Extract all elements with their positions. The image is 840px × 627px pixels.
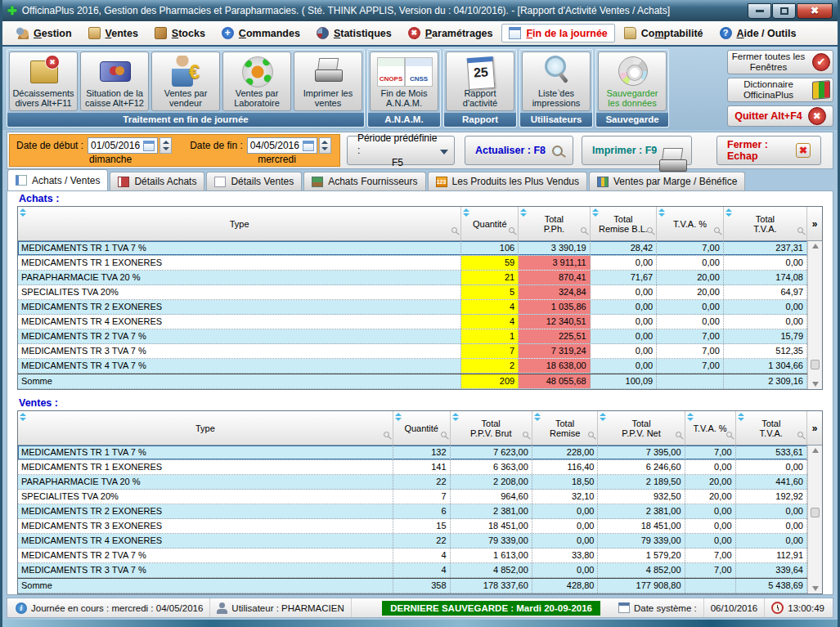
table-row[interactable]: MEDICAMENTS TR 3 TVA 7 %77 319,240,007,0… [18, 344, 822, 359]
accounting-icon [624, 27, 636, 39]
date-start-spinner[interactable] [159, 137, 172, 154]
tab-achats-ventes[interactable]: Achats / Ventes [7, 169, 108, 190]
column-header-type[interactable]: Type [18, 411, 393, 445]
title-bar[interactable]: OfficinaPlus 2016, Gestion des Pharmacie… [2, 0, 838, 21]
menu-item-gestion[interactable]: Gestion [9, 24, 79, 43]
column-header-remise[interactable]: Total Remise B.L. [591, 207, 658, 240]
side-button-dictionnaire[interactable]: Dictionnaire OfficinaPlus [727, 78, 833, 102]
toolbar-button-decaissements[interactable]: Décaissements divers Alt+F11 [9, 52, 78, 111]
menu-item-fin-de-la-journee[interactable]: Fin de la journée [501, 24, 614, 43]
toolbar-button-rapport-activite[interactable]: Rapport d'activité [446, 52, 514, 111]
table-row[interactable]: MEDICAMENTS TR 2 EXONERES62 381,000,002 … [18, 504, 822, 519]
column-header-net[interactable]: Total P.P.V. Net [598, 411, 685, 445]
close-report-button[interactable]: Fermer : Echap [716, 136, 821, 165]
sort-icon [395, 413, 402, 421]
menu-item-stocks[interactable]: Stocks [147, 24, 213, 43]
table-row[interactable]: MEDICAMENTS TR 1 TVA 7 %1063 390,1928,42… [18, 241, 822, 256]
column-header-total_tva[interactable]: Total T.V.A. [736, 411, 807, 445]
maximize-button[interactable] [772, 3, 796, 19]
menu-item-comptabilite[interactable]: Comptabilité [617, 24, 711, 43]
date-start-input[interactable]: 01/05/2016 [88, 137, 158, 154]
date-end-spinner[interactable] [319, 137, 331, 154]
print-button[interactable]: Imprimer : F9 [582, 136, 692, 165]
book-red-tab-icon [118, 177, 129, 187]
column-header-label: T.V.A. % [693, 423, 726, 433]
scroll-thumb[interactable] [811, 508, 820, 517]
column-header-remise[interactable]: Total Remise [532, 411, 599, 445]
table-row[interactable]: MEDICAMENTS TR 4 EXONERES412 340,510,000… [18, 315, 822, 329]
clock-section: 13:00:49 [765, 598, 831, 617]
cell-type: Somme [18, 374, 461, 388]
scroll-up-arrow[interactable] [812, 448, 819, 453]
ventes-table: TypeQuantitéTotal P.P.V. BrutTotal Remis… [17, 410, 823, 594]
tab-details-ventes[interactable]: Détails Ventes [206, 172, 302, 190]
more-columns-indicator[interactable]: » [807, 207, 822, 240]
side-button-fermer-fenetres[interactable]: Fermer toutes les Fenêtres [727, 50, 833, 74]
toolbar-button-sauvegarder-donnees[interactable]: Sauvegarder les données [598, 52, 667, 111]
column-header-type[interactable]: Type [18, 207, 461, 240]
menu-item-ventes[interactable]: Ventes [81, 24, 146, 43]
column-header-total_tva[interactable]: Total T.V.A. [724, 207, 807, 240]
side-button-quitter[interactable]: Quitter Alt+F4 [727, 105, 833, 127]
toolbar-button-fin-de-mois-anam[interactable]: Fin de Mois A.N.A.M. [370, 52, 438, 111]
table-row[interactable]: MEDICAMENTS TR 1 EXONERES593 911,110,000… [18, 256, 822, 271]
table-row[interactable]: MEDICAMENTS TR 4 EXONERES2279 339,000,00… [18, 534, 822, 549]
table-row[interactable]: MEDICAMENTS TR 4 TVA 7 %218 638,000,007,… [18, 359, 822, 374]
table-row[interactable]: MEDICAMENTS TR 2 TVA 7 %41 613,0033,801 … [18, 549, 822, 563]
more-columns-indicator[interactable]: » [807, 411, 822, 445]
cell-tva_pct: 0,00 [657, 256, 724, 270]
menu-item-aide-outils[interactable]: Aide / Outils [712, 24, 804, 43]
menu-item-statistiques[interactable]: Statistiques [309, 24, 399, 43]
table-row[interactable]: PARAPHARMACIE TVA 20 %222 208,0018,502 1… [18, 475, 822, 490]
table-row[interactable]: SPECIALITES TVA 20%7964,6032,10932,5020,… [18, 490, 822, 504]
table-row[interactable]: MEDICAMENTS TR 1 EXONERES1416 363,00116,… [18, 460, 822, 475]
vertical-scrollbar[interactable] [807, 446, 822, 593]
toolbar-button-imprimer-ventes[interactable]: Imprimer les ventes [294, 52, 362, 111]
toolbar-button-ventes-vendeur[interactable]: Ventes par vendeur [151, 52, 220, 111]
toolbar-button-ventes-laboratoire[interactable]: Ventes par Laboratoire [222, 52, 291, 111]
cell-brut: 2 208,00 [451, 475, 532, 489]
toolbar-groups: Décaissements divers Alt+F11Situation de… [7, 49, 669, 128]
menu-item-commandes[interactable]: Commandes [214, 24, 308, 43]
close-button[interactable] [797, 3, 833, 19]
tab-ventes-marge[interactable]: Ventes par Marge / Bénéfice [589, 172, 745, 190]
table-row[interactable]: MEDICAMENTS TR 3 EXONERES1518 451,000,00… [18, 519, 822, 534]
table-row[interactable]: MEDICAMENTS TR 3 TVA 7 %44 852,000,004 8… [18, 563, 822, 578]
column-header-qty[interactable]: Quantité [393, 411, 451, 445]
table-row[interactable]: MEDICAMENTS TR 1 TVA 7 %1327 623,00228,0… [18, 446, 822, 460]
maximize-icon [780, 7, 788, 15]
toolbar-button-caisse[interactable]: Situation de la caisse Alt+F12 [80, 52, 149, 111]
table-row[interactable]: MEDICAMENTS TR 2 TVA 7 %1225,510,007,001… [18, 329, 822, 344]
chevron-down-icon [440, 150, 448, 155]
tab-produits-plus-vendus[interactable]: Les Produits les Plus Vendus [428, 172, 587, 190]
column-header-brut[interactable]: Total P.P.V. Brut [451, 411, 532, 445]
table-row[interactable]: PARAPHARMACIE TVA 20 %21870,4171,6720,00… [18, 271, 822, 285]
cell-remise: 0,00 [591, 315, 658, 329]
column-header-tva_pct[interactable]: T.V.A. % [685, 411, 736, 445]
column-header-tva_pct[interactable]: T.V.A. % [657, 207, 724, 240]
vertical-scrollbar[interactable] [807, 241, 822, 389]
tab-achats-fournisseurs[interactable]: Achats Fournisseurs [303, 172, 425, 190]
column-header-qty[interactable]: Quantité [461, 207, 519, 240]
menu-item-parametrages[interactable]: Paramétrages [401, 24, 501, 43]
table-row[interactable]: MEDICAMENTS TR 2 EXONERES41 035,860,000,… [18, 300, 822, 315]
scroll-up-arrow[interactable] [812, 244, 819, 249]
refresh-button[interactable]: Actualiser : F8 [465, 136, 573, 165]
date-end-input[interactable]: 04/05/2016 [247, 137, 317, 154]
column-header-total_pph[interactable]: Total P.Ph. [519, 207, 590, 240]
scroll-down-arrow[interactable] [812, 586, 819, 591]
minimize-button[interactable] [748, 3, 771, 19]
predefined-period-button[interactable]: Période prédéfinie : F5 [347, 136, 455, 165]
calendar-icon[interactable] [143, 141, 155, 151]
tab-details-achats[interactable]: Détails Achats [110, 172, 204, 190]
table-row[interactable]: SPECIALITES TVA 20%5324,840,0020,0064,97 [18, 285, 822, 300]
cell-total_tva: 0,00 [736, 460, 807, 474]
scroll-down-arrow[interactable] [812, 382, 819, 387]
calendar-icon[interactable] [303, 141, 314, 151]
column-header-label: Total T.V.A. [753, 214, 776, 234]
seller-euro-icon [153, 54, 218, 88]
scroll-thumb[interactable] [811, 360, 820, 369]
column-search-icon [797, 227, 803, 233]
cell-remise: 32,10 [532, 490, 599, 504]
toolbar-button-liste-impressions[interactable]: Liste des impressions [522, 52, 591, 111]
